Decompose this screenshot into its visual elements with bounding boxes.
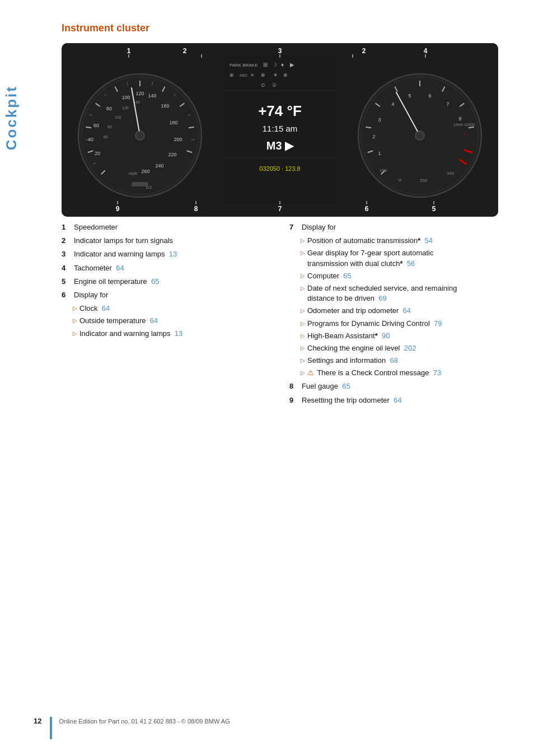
svg-text:☀: ☀: [273, 72, 278, 78]
svg-point-47: [135, 131, 144, 140]
desc-item-2: 2 Indicator lamps for turn signals: [62, 236, 273, 246]
sub-link-gear-display[interactable]: 56: [407, 259, 415, 268]
sub-text-programs: Programs for Dynamic Driving Control 79: [307, 319, 442, 329]
sub-link-settings[interactable]: 68: [390, 356, 397, 365]
svg-text:150: 150: [380, 168, 387, 173]
desc-text-4: Tachometer 64: [74, 263, 273, 273]
sub-link-highbeam[interactable]: 90: [382, 332, 390, 340]
svg-text:⊙: ⊙: [261, 82, 265, 88]
sub-link-programs[interactable]: 79: [434, 319, 442, 328]
svg-text:11:15 am: 11:15 am: [263, 124, 298, 133]
sub-link-odometer[interactable]: 64: [403, 306, 411, 315]
svg-text:5: 5: [432, 205, 436, 213]
sub-link-auto-trans[interactable]: 54: [425, 236, 433, 245]
svg-text:7: 7: [278, 205, 282, 213]
sub-text-indicator-lamps: Indicator and warning lamps 13: [79, 329, 182, 339]
sub-text-service-date: Date of next scheduled service, and rema…: [307, 283, 464, 304]
desc-num-4: 4: [62, 263, 72, 273]
svg-text:9: 9: [116, 205, 120, 213]
svg-text:5: 5: [408, 93, 411, 99]
svg-text:2: 2: [372, 134, 375, 139]
svg-text:120: 120: [122, 106, 129, 110]
svg-text:60: 60: [93, 123, 99, 128]
svg-text:160: 160: [161, 103, 169, 109]
svg-text:8: 8: [194, 205, 198, 213]
svg-text:180: 180: [169, 120, 177, 125]
desc-num-6: 6: [62, 290, 72, 300]
sub-link-oil-level[interactable]: 202: [404, 344, 416, 352]
sub-text-outside-temp: Outside temperature 64: [79, 316, 158, 326]
desc-item-1: 1 Speedometer: [62, 222, 273, 232]
svg-text:⊕: ⊕: [283, 72, 288, 78]
svg-text:60: 60: [104, 135, 108, 139]
svg-text:1/2: 1/2: [146, 185, 152, 190]
page-number: 12: [34, 717, 41, 725]
svg-text:3: 3: [378, 117, 381, 123]
arrow-icon-odometer: ▷: [301, 307, 305, 315]
desc-num-3: 3: [62, 249, 72, 259]
desc-num-7: 7: [289, 222, 299, 232]
sub-link-computer[interactable]: 65: [343, 272, 351, 280]
footer-copyright: Online Edition for Part no. 01 41 2 602 …: [59, 717, 229, 725]
sub-item-clock: ▷ Clock 64: [73, 304, 273, 314]
sub-text-highbeam: High-Beam Assistant* 90: [307, 331, 390, 341]
svg-text:2: 2: [362, 47, 366, 55]
sub-link-indicator-lamps[interactable]: 13: [175, 329, 182, 338]
svg-text:7: 7: [446, 101, 449, 107]
svg-text:100: 100: [115, 115, 121, 119]
arrow-icon-computer: ▷: [301, 272, 305, 280]
sub-link-outside-temp[interactable]: 64: [150, 316, 158, 325]
desc-link-3[interactable]: 13: [169, 250, 177, 258]
desc-link-8[interactable]: 65: [342, 382, 350, 390]
desc-item-5: 5 Engine oil temperature 65: [62, 277, 273, 287]
desc-text-3: Indicator and warning lamps 13: [74, 249, 273, 259]
svg-text:240: 240: [155, 163, 163, 169]
sub-link-service-date[interactable]: 69: [378, 294, 386, 302]
desc-link-4[interactable]: 64: [116, 264, 124, 272]
svg-text:1/min x1000: 1/min x1000: [453, 123, 475, 127]
svg-text:4: 4: [424, 47, 428, 55]
desc-link-9[interactable]: 64: [394, 396, 401, 404]
arrow-icon-highbeam: ▷: [301, 332, 305, 340]
arrow-icon-check-control: ▷: [301, 369, 305, 377]
desc-link-5[interactable]: 65: [151, 277, 159, 286]
sub-item-settings: ▷ Settings and information 68: [301, 356, 500, 366]
sub-text-settings: Settings and information 68: [307, 356, 398, 366]
arrow-icon-settings: ▷: [301, 357, 305, 365]
arrow-icon-oil-level: ▷: [301, 344, 305, 352]
svg-text:6: 6: [365, 205, 369, 213]
desc-text-1: Speedometer: [74, 222, 273, 232]
desc-item-3: 3 Indicator and warning lamps 13: [62, 249, 273, 259]
sub-text-check-control: ⚠ There is a Check Control message 73: [307, 368, 441, 378]
sub-item-gear-display: ▷ Gear display for 7-gear sport automati…: [301, 248, 500, 268]
svg-text:•: •: [463, 131, 465, 137]
svg-text:6: 6: [428, 93, 431, 99]
desc-num-8: 8: [289, 381, 299, 391]
svg-text:mph: mph: [129, 171, 138, 176]
sub-item-auto-trans: ▷ Position of automatic transmission* 54: [301, 236, 500, 246]
svg-text:032050 · 123.8: 032050 · 123.8: [259, 165, 300, 172]
section-title: Instrument cluster: [62, 22, 500, 34]
sub-item-check-control: ▷ ⚠ There is a Check Control message 73: [301, 368, 500, 378]
desc-item-7: 7 Display for: [289, 222, 500, 232]
sub-link-check-control[interactable]: 73: [433, 368, 441, 377]
desc-col-right: 7 Display for ▷ Position of automatic tr…: [289, 222, 500, 409]
svg-text:≡: ≡: [251, 72, 254, 78]
sub-text-clock: Clock 64: [79, 304, 110, 314]
arrow-icon-gear-display: ▷: [301, 249, 305, 257]
sub-link-clock[interactable]: 64: [102, 304, 110, 312]
sub-item-computer: ▷ Computer 65: [301, 271, 500, 281]
sub-item-outside-temp: ▷ Outside temperature 64: [73, 316, 273, 326]
warning-triangle-icon: ⚠: [307, 368, 314, 377]
svg-text:140: 140: [148, 93, 156, 99]
svg-text:80: 80: [107, 125, 112, 129]
arrow-icon-indicator-lamps: ▷: [73, 330, 77, 338]
svg-text:PARK BRAKE: PARK BRAKE: [229, 63, 258, 68]
sub-item-indicator-lamps: ▷ Indicator and warning lamps 13: [73, 329, 273, 339]
description-columns: 1 Speedometer 2 Indicator lamps for turn…: [62, 222, 500, 409]
svg-text:☽: ☽: [272, 62, 277, 68]
svg-text:⊕: ⊕: [261, 72, 265, 78]
svg-text:250: 250: [420, 178, 428, 183]
desc-num-2: 2: [62, 236, 72, 246]
sub-item-programs: ▷ Programs for Dynamic Driving Control 7…: [301, 319, 500, 329]
